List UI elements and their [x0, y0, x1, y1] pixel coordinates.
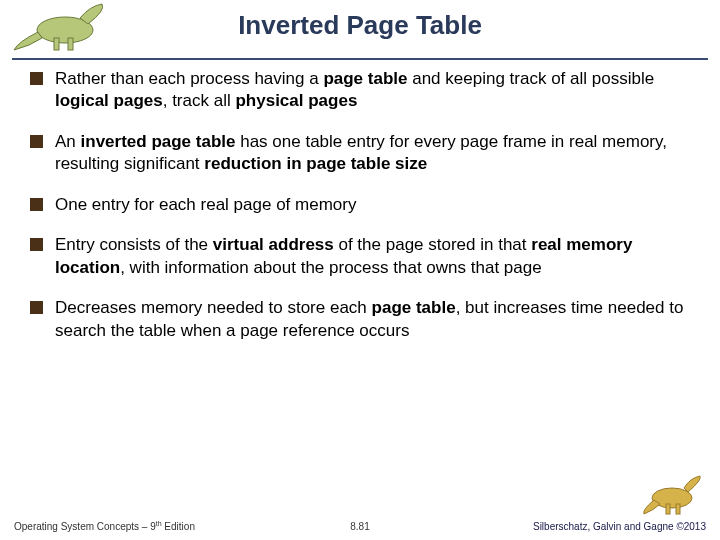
- bullet-text: An inverted page table has one table ent…: [55, 131, 692, 176]
- title-rule: [12, 58, 708, 60]
- bullet-text: Entry consists of the virtual address of…: [55, 234, 692, 279]
- footer-right: Silberschatz, Galvin and Gagne ©2013: [533, 521, 706, 532]
- dinosaur-green-icon: [10, 2, 110, 52]
- bullet-square-icon: [30, 238, 43, 251]
- slide: Inverted Page Table Rather than each pro…: [0, 0, 720, 540]
- bullet-item: One entry for each real page of memory: [30, 194, 692, 216]
- slide-content: Rather than each process having a page t…: [30, 68, 692, 360]
- bullet-item: Entry consists of the virtual address of…: [30, 234, 692, 279]
- dinosaur-yellow-icon: [642, 474, 706, 516]
- bullet-item: An inverted page table has one table ent…: [30, 131, 692, 176]
- slide-footer: Operating System Concepts – 9th Edition …: [0, 514, 720, 532]
- svg-rect-1: [54, 38, 59, 50]
- svg-rect-5: [676, 504, 680, 514]
- bullet-square-icon: [30, 198, 43, 211]
- slide-header: Inverted Page Table: [0, 0, 720, 66]
- bullet-item: Rather than each process having a page t…: [30, 68, 692, 113]
- bullet-text: One entry for each real page of memory: [55, 194, 692, 216]
- bullet-square-icon: [30, 72, 43, 85]
- bullet-text: Rather than each process having a page t…: [55, 68, 692, 113]
- bullet-square-icon: [30, 301, 43, 314]
- bullet-square-icon: [30, 135, 43, 148]
- svg-rect-2: [68, 38, 73, 50]
- bullet-item: Decreases memory needed to store each pa…: [30, 297, 692, 342]
- bullet-text: Decreases memory needed to store each pa…: [55, 297, 692, 342]
- svg-rect-4: [666, 504, 670, 514]
